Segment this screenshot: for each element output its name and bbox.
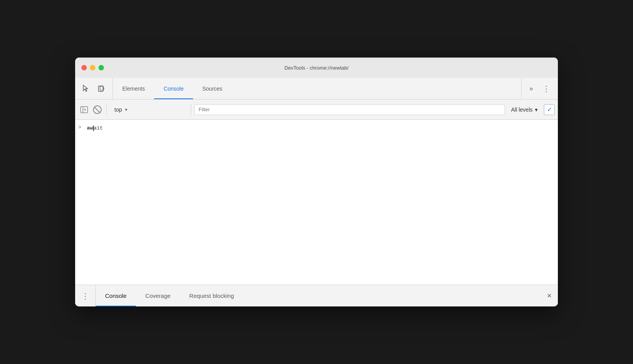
- title-bar: DevTools - chrome://newtab/: [75, 58, 558, 78]
- minimize-button[interactable]: [90, 65, 95, 70]
- traffic-lights: [81, 65, 104, 70]
- svg-marker-6: [84, 108, 86, 111]
- inspect-icon-button[interactable]: [80, 82, 92, 95]
- bottom-tabs: Console Coverage Request blocking: [96, 285, 541, 306]
- more-options-button[interactable]: ⋮: [539, 82, 553, 95]
- bottom-more-button[interactable]: ⋮: [75, 285, 96, 306]
- svg-rect-1: [100, 86, 103, 90]
- svg-rect-4: [81, 107, 88, 113]
- level-selector[interactable]: All levels ▾: [506, 105, 542, 114]
- toolbar-right: » ⋮: [521, 78, 558, 99]
- maximize-button[interactable]: [98, 65, 104, 70]
- window-title: DevTools - chrome://newtab/: [285, 65, 349, 71]
- level-label: All levels: [511, 107, 533, 113]
- cursor-icon: [82, 84, 90, 93]
- context-dropdown-arrow: ▾: [125, 107, 127, 112]
- device-toggle-button[interactable]: [95, 82, 108, 95]
- filter-input[interactable]: [194, 104, 505, 115]
- entry-normal-text: ait: [94, 125, 103, 131]
- device-icon: [97, 84, 106, 93]
- context-selector[interactable]: top ▾: [110, 105, 188, 114]
- main-tabs: Elements Console Sources: [113, 78, 521, 99]
- more-tabs-button[interactable]: »: [526, 84, 536, 94]
- tab-elements[interactable]: Elements: [113, 78, 154, 99]
- checkbox-button[interactable]: ✓: [544, 104, 555, 115]
- check-icon: ✓: [547, 106, 552, 113]
- toolbar-divider-1: [106, 104, 107, 115]
- entry-expand-arrow[interactable]: >: [78, 124, 84, 130]
- bottom-tab-coverage[interactable]: Coverage: [136, 285, 180, 306]
- svg-rect-0: [98, 86, 103, 91]
- show-console-sidebar-button[interactable]: [78, 104, 90, 116]
- tab-sources[interactable]: Sources: [193, 78, 232, 99]
- entry-bold-text: aw: [87, 125, 93, 131]
- toolbar-icon-group: [75, 78, 113, 99]
- bottom-tab-console[interactable]: Console: [96, 285, 136, 306]
- close-button[interactable]: [81, 65, 87, 70]
- clear-console-button[interactable]: [91, 104, 103, 116]
- devtools-toolbar: Elements Console Sources » ⋮: [75, 78, 558, 100]
- bottom-more-icon: ⋮: [81, 291, 89, 301]
- tab-console[interactable]: Console: [154, 78, 193, 99]
- entry-content: await: [87, 124, 555, 132]
- bottom-tab-request-blocking[interactable]: Request blocking: [180, 285, 243, 306]
- console-entry: > await: [75, 123, 558, 134]
- context-label: top: [114, 107, 122, 113]
- no-entry-icon: [93, 105, 102, 114]
- level-dropdown-arrow: ▾: [535, 107, 538, 113]
- bottom-close-button[interactable]: ×: [541, 285, 558, 306]
- close-icon: ×: [547, 291, 552, 300]
- toolbar-divider-2: [191, 104, 191, 115]
- sidebar-icon: [80, 105, 88, 114]
- bottom-panel: ⋮ Console Coverage Request blocking ×: [75, 285, 558, 306]
- console-main[interactable]: > await: [75, 120, 558, 285]
- devtools-window: DevTools - chrome://newtab/: [75, 58, 558, 306]
- console-toolbar: top ▾ All levels ▾ ✓: [75, 100, 558, 120]
